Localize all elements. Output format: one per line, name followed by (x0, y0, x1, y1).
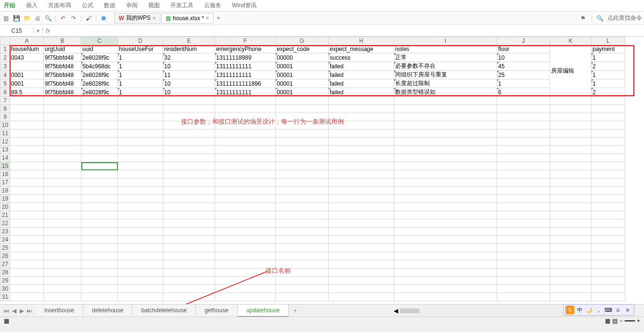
empty-cell[interactable] (394, 162, 497, 170)
ime-keyboard-icon[interactable]: ⌨ (604, 306, 613, 314)
add-sheet-icon[interactable]: + (289, 306, 302, 316)
empty-cell[interactable] (394, 203, 497, 211)
menu-formula[interactable]: 公式 (82, 1, 93, 10)
empty-cell[interactable] (10, 211, 44, 219)
empty-cell[interactable] (163, 260, 215, 268)
col-header-E[interactable]: E (163, 37, 215, 45)
empty-cell[interactable] (497, 211, 550, 219)
empty-cell[interactable] (81, 268, 118, 277)
empty-cell[interactable] (276, 195, 329, 203)
data-cell[interactable]: 1 (118, 62, 163, 71)
empty-cell[interactable] (10, 162, 44, 170)
empty-cell[interactable] (394, 105, 497, 113)
empty-cell[interactable] (394, 154, 497, 162)
empty-cell[interactable] (10, 252, 44, 260)
empty-cell[interactable] (276, 228, 329, 236)
empty-cell[interactable] (215, 203, 276, 211)
sheet-tab-inserthouse[interactable]: inserthouse (36, 305, 83, 317)
empty-cell[interactable] (276, 179, 329, 187)
data-cell[interactable]: 13111111111 (215, 88, 276, 97)
empty-cell[interactable] (44, 236, 81, 244)
data-cell[interactable]: 00001 (276, 79, 329, 88)
col-header-B[interactable]: B (44, 37, 81, 45)
empty-cell[interactable] (394, 252, 497, 260)
empty-cell[interactable] (44, 97, 81, 105)
empty-cell[interactable] (118, 195, 163, 203)
empty-cell[interactable] (44, 203, 81, 211)
col-header-H[interactable]: H (329, 37, 394, 45)
empty-cell[interactable] (10, 236, 44, 244)
last-sheet-icon[interactable]: ⏭ (26, 307, 33, 314)
empty-cell[interactable] (215, 154, 276, 162)
data-cell[interactable]: 10 (163, 88, 215, 97)
formula-input[interactable] (53, 27, 644, 34)
empty-cell[interactable] (550, 179, 592, 187)
empty-cell[interactable] (163, 277, 215, 285)
ime-toolbar[interactable]: S 中 🌙 ， ⌨ ☺ ≡ (563, 304, 634, 316)
empty-cell[interactable] (592, 293, 625, 301)
empty-cell[interactable] (550, 228, 592, 236)
data-cell[interactable]: 1 (592, 71, 625, 79)
empty-cell[interactable] (163, 187, 215, 195)
empty-cell[interactable] (592, 121, 625, 129)
empty-cell[interactable] (163, 203, 215, 211)
data-cell[interactable]: 2e8028f9c (81, 88, 118, 97)
col-header-A[interactable]: A (10, 37, 44, 45)
empty-cell[interactable] (118, 252, 163, 260)
tab-mywps[interactable]: W 我的WPS × (114, 13, 160, 24)
empty-cell[interactable] (329, 195, 394, 203)
empty-cell[interactable] (10, 268, 44, 277)
row-header[interactable]: 14 (0, 154, 10, 162)
empty-cell[interactable] (215, 195, 276, 203)
sheet-tab-deletehouse[interactable]: deletehouse (83, 305, 132, 317)
row-header[interactable]: 16 (0, 170, 10, 179)
data-cell[interactable]: 00001 (276, 88, 329, 97)
empty-cell[interactable] (550, 170, 592, 179)
ime-face-icon[interactable]: ☺ (614, 306, 622, 314)
data-cell[interactable] (10, 62, 44, 71)
empty-cell[interactable] (118, 268, 163, 277)
empty-cell[interactable] (550, 162, 592, 170)
row-header[interactable]: 23 (0, 228, 10, 236)
empty-cell[interactable] (81, 97, 118, 105)
empty-cell[interactable] (215, 236, 276, 244)
menu-insert[interactable]: 插入 (26, 1, 38, 10)
empty-cell[interactable] (44, 162, 81, 170)
empty-cell[interactable] (81, 179, 118, 187)
empty-cell[interactable] (550, 293, 592, 301)
data-cell[interactable]: 13111111111 (215, 62, 276, 71)
empty-cell[interactable] (10, 121, 44, 129)
empty-cell[interactable] (215, 219, 276, 228)
data-cell[interactable]: failed (329, 62, 394, 71)
sogou-icon[interactable]: S (566, 306, 574, 314)
empty-cell[interactable] (497, 121, 550, 129)
empty-cell[interactable] (81, 105, 118, 113)
header-cell[interactable]: residentNum (163, 45, 215, 53)
empty-cell[interactable] (118, 260, 163, 268)
empty-cell[interactable] (592, 154, 625, 162)
empty-cell[interactable] (10, 244, 44, 252)
empty-cell[interactable] (497, 113, 550, 121)
data-cell[interactable]: 10 (163, 79, 215, 88)
empty-cell[interactable] (276, 244, 329, 252)
empty-cell[interactable] (592, 277, 625, 285)
empty-cell[interactable] (550, 154, 592, 162)
empty-cell[interactable] (81, 203, 118, 211)
header-cell[interactable]: orgUuid (44, 45, 81, 53)
first-sheet-icon[interactable]: ⏮ (3, 307, 10, 314)
row-header[interactable]: 24 (0, 236, 10, 244)
empty-cell[interactable] (550, 260, 592, 268)
data-cell[interactable]: 13111118989 (215, 53, 276, 62)
prev-sheet-icon[interactable]: ◀ (11, 307, 17, 314)
empty-cell[interactable] (550, 129, 592, 138)
new-icon[interactable]: ▥ (2, 14, 10, 22)
empty-cell[interactable] (163, 170, 215, 179)
merged-cell[interactable]: 房屋编辑 (550, 45, 592, 97)
empty-cell[interactable] (81, 113, 118, 121)
empty-cell[interactable] (215, 211, 276, 219)
empty-cell[interactable] (592, 187, 625, 195)
col-header-J[interactable]: J (497, 37, 550, 45)
empty-cell[interactable] (497, 219, 550, 228)
empty-cell[interactable] (592, 203, 625, 211)
data-cell[interactable]: 10 (497, 53, 550, 62)
